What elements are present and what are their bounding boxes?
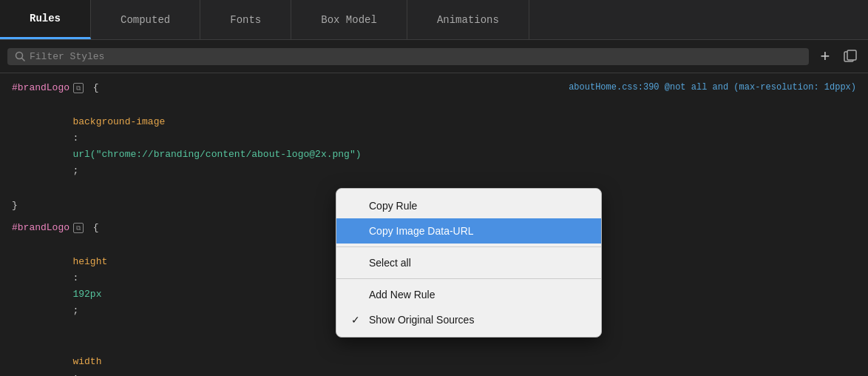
svg-line-1 <box>22 58 25 61</box>
search-icon <box>15 51 25 61</box>
menu-divider-1 <box>336 246 601 247</box>
tab-animations[interactable]: Animations <box>407 0 529 39</box>
filter-actions: + <box>815 46 861 67</box>
svg-rect-3 <box>847 50 856 60</box>
add-rule-button[interactable]: + <box>815 46 835 67</box>
property-width: width : 192px ; <box>0 336 868 376</box>
property-line-bg-image-1: background-image : url("chrome://brandin… <box>0 97 868 197</box>
menu-item-copy-rule[interactable]: Copy Rule <box>336 193 601 218</box>
tab-computed[interactable]: Computed <box>91 0 200 39</box>
menu-item-select-all[interactable]: Select all <box>336 250 601 275</box>
filter-input-wrapper[interactable] <box>7 48 809 65</box>
menu-item-add-new-rule[interactable]: Add New Rule <box>336 282 601 307</box>
filter-styles-input[interactable] <box>30 51 801 62</box>
menu-item-show-original-sources[interactable]: ✓ Show Original Sources <box>336 307 601 332</box>
tab-fonts[interactable]: Fonts <box>200 0 291 39</box>
tab-rules[interactable]: Rules <box>0 0 91 39</box>
selector-2: #brandLogo <box>12 220 69 236</box>
node-picker-icon-2[interactable]: ⧉ <box>73 223 84 233</box>
copy-page-icon <box>843 49 858 64</box>
selector-1: #brandLogo <box>12 80 69 96</box>
code-panel: #brandLogo ⧉ { aboutHome.css:390 @not al… <box>0 73 868 376</box>
tab-box-model[interactable]: Box Model <box>291 0 407 39</box>
tab-bar: Rules Computed Fonts Box Model Animation… <box>0 0 868 40</box>
selector-line-1: #brandLogo ⧉ { aboutHome.css:390 @not al… <box>0 79 868 97</box>
menu-item-copy-image-data-url[interactable]: Copy Image Data-URL <box>336 218 601 244</box>
menu-divider-2 <box>336 278 601 279</box>
context-menu: Copy Rule Copy Image Data-URL Select all… <box>336 188 602 338</box>
screenshot-button[interactable] <box>840 46 861 67</box>
source-link-1[interactable]: aboutHome.css:390 @not all and (max-reso… <box>569 80 856 95</box>
filter-bar: + <box>0 40 868 73</box>
node-picker-icon-1[interactable]: ⧉ <box>73 83 84 93</box>
